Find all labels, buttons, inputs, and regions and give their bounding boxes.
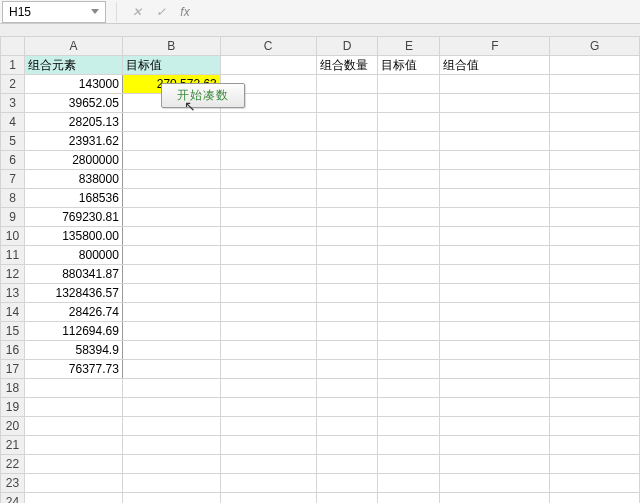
row-header-20[interactable]: 20 (1, 417, 25, 436)
formula-input[interactable] (197, 2, 640, 22)
cell-C5[interactable] (220, 132, 316, 151)
cell-B13[interactable] (122, 284, 220, 303)
cell-E18[interactable] (378, 379, 440, 398)
row-header-8[interactable]: 8 (1, 189, 25, 208)
cell-F13[interactable] (440, 284, 550, 303)
cell-F16[interactable] (440, 341, 550, 360)
cell-F21[interactable] (440, 436, 550, 455)
cell-E11[interactable] (378, 246, 440, 265)
row-header-14[interactable]: 14 (1, 303, 25, 322)
cell-F12[interactable] (440, 265, 550, 284)
cell-G11[interactable] (550, 246, 640, 265)
cell-E10[interactable] (378, 227, 440, 246)
cell-F5[interactable] (440, 132, 550, 151)
cell-D18[interactable] (316, 379, 378, 398)
cell-G2[interactable] (550, 75, 640, 94)
cell-F15[interactable] (440, 322, 550, 341)
cell-E17[interactable] (378, 360, 440, 379)
cell-A6[interactable]: 2800000 (24, 151, 122, 170)
cell-F19[interactable] (440, 398, 550, 417)
cell-F1[interactable]: 组合值 (440, 56, 550, 75)
cell-A9[interactable]: 769230.81 (24, 208, 122, 227)
cell-G22[interactable] (550, 455, 640, 474)
cell-E4[interactable] (378, 113, 440, 132)
cancel-icon[interactable]: ✕ (129, 5, 145, 19)
cell-C8[interactable] (220, 189, 316, 208)
cell-B23[interactable] (122, 474, 220, 493)
row-header-4[interactable]: 4 (1, 113, 25, 132)
cell-C22[interactable] (220, 455, 316, 474)
cell-C20[interactable] (220, 417, 316, 436)
cell-B15[interactable] (122, 322, 220, 341)
row-header-11[interactable]: 11 (1, 246, 25, 265)
cell-A4[interactable]: 28205.13 (24, 113, 122, 132)
cell-C9[interactable] (220, 208, 316, 227)
row-header-13[interactable]: 13 (1, 284, 25, 303)
cell-G7[interactable] (550, 170, 640, 189)
cell-C14[interactable] (220, 303, 316, 322)
cell-C15[interactable] (220, 322, 316, 341)
cell-F6[interactable] (440, 151, 550, 170)
cell-E23[interactable] (378, 474, 440, 493)
cell-E3[interactable] (378, 94, 440, 113)
cell-D11[interactable] (316, 246, 378, 265)
cell-B14[interactable] (122, 303, 220, 322)
cell-G9[interactable] (550, 208, 640, 227)
col-header-B[interactable]: B (122, 37, 220, 56)
cell-C7[interactable] (220, 170, 316, 189)
cell-A14[interactable]: 28426.74 (24, 303, 122, 322)
cell-D1[interactable]: 组合数量 (316, 56, 378, 75)
cell-B5[interactable] (122, 132, 220, 151)
cell-F20[interactable] (440, 417, 550, 436)
cell-E8[interactable] (378, 189, 440, 208)
cell-F24[interactable] (440, 493, 550, 504)
cell-F7[interactable] (440, 170, 550, 189)
cell-E2[interactable] (378, 75, 440, 94)
cell-C16[interactable] (220, 341, 316, 360)
cell-E13[interactable] (378, 284, 440, 303)
cell-A1[interactable]: 组合元素 (24, 56, 122, 75)
cell-A22[interactable] (24, 455, 122, 474)
row-header-19[interactable]: 19 (1, 398, 25, 417)
cell-D12[interactable] (316, 265, 378, 284)
row-header-23[interactable]: 23 (1, 474, 25, 493)
cell-A15[interactable]: 112694.69 (24, 322, 122, 341)
cell-D16[interactable] (316, 341, 378, 360)
cell-A13[interactable]: 1328436.57 (24, 284, 122, 303)
cell-B10[interactable] (122, 227, 220, 246)
cell-C6[interactable] (220, 151, 316, 170)
cell-E19[interactable] (378, 398, 440, 417)
cell-B17[interactable] (122, 360, 220, 379)
cell-D10[interactable] (316, 227, 378, 246)
cell-D8[interactable] (316, 189, 378, 208)
cell-B6[interactable] (122, 151, 220, 170)
cell-C19[interactable] (220, 398, 316, 417)
cell-C24[interactable] (220, 493, 316, 504)
cell-A10[interactable]: 135800.00 (24, 227, 122, 246)
cell-C23[interactable] (220, 474, 316, 493)
cell-E20[interactable] (378, 417, 440, 436)
cell-G12[interactable] (550, 265, 640, 284)
start-compute-button[interactable]: 开始凑数 (161, 83, 245, 108)
cell-C12[interactable] (220, 265, 316, 284)
select-all-corner[interactable] (1, 37, 25, 56)
cell-E5[interactable] (378, 132, 440, 151)
cell-B8[interactable] (122, 189, 220, 208)
row-header-6[interactable]: 6 (1, 151, 25, 170)
col-header-G[interactable]: G (550, 37, 640, 56)
row-header-1[interactable]: 1 (1, 56, 25, 75)
name-box[interactable]: H15 (2, 1, 106, 23)
col-header-D[interactable]: D (316, 37, 378, 56)
cell-A5[interactable]: 23931.62 (24, 132, 122, 151)
cell-C13[interactable] (220, 284, 316, 303)
cell-C21[interactable] (220, 436, 316, 455)
cell-D17[interactable] (316, 360, 378, 379)
cell-D15[interactable] (316, 322, 378, 341)
cell-B11[interactable] (122, 246, 220, 265)
col-header-E[interactable]: E (378, 37, 440, 56)
row-header-5[interactable]: 5 (1, 132, 25, 151)
cell-F3[interactable] (440, 94, 550, 113)
cell-F14[interactable] (440, 303, 550, 322)
spreadsheet-grid[interactable]: ABCDEFG1组合元素目标值组合数量目标值组合值2143000270,572.… (0, 36, 640, 503)
cell-G13[interactable] (550, 284, 640, 303)
